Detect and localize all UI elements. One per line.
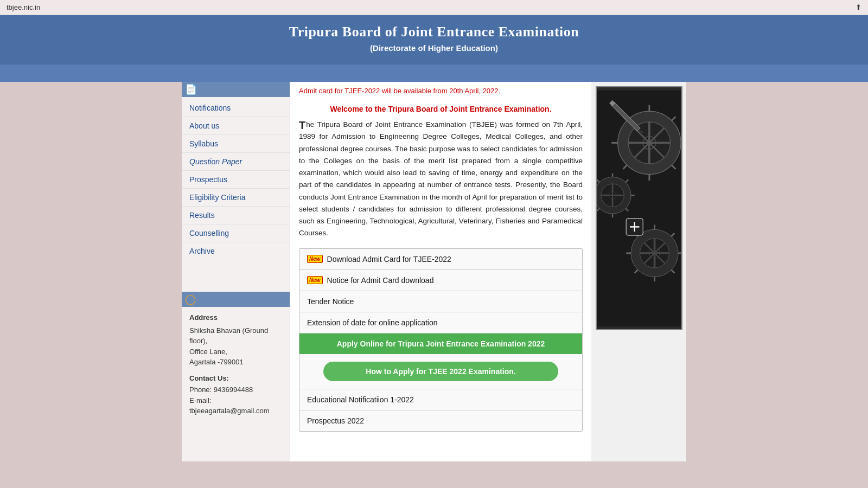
address-title: Address xyxy=(189,312,282,323)
browser-url: tbjee.nic.in xyxy=(7,3,40,11)
browser-bar: tbjee.nic.in ⬆ xyxy=(0,0,868,15)
notif-text-8: Prospectus 2022 xyxy=(307,416,364,425)
content-ticker: Admit card for TJEE-2022 will be availab… xyxy=(299,82,583,98)
sidebar-nav: Notifications About us Syllabus Question… xyxy=(182,97,290,262)
notif-item-4[interactable]: Extension of date for online application xyxy=(299,312,582,333)
notif-text-2: Notice for Admit Card download xyxy=(327,276,434,285)
notif-text-7: Educational Notificatiion 1-2022 xyxy=(307,395,414,404)
site-title: Tripura Board of Joint Entrance Examinat… xyxy=(193,24,675,40)
apply-online-button[interactable]: Apply Online for Tripura Joint Entrance … xyxy=(299,333,582,354)
sidebar-link-notifications[interactable]: Notifications xyxy=(182,99,290,117)
notif-item-3[interactable]: Tender Notice xyxy=(299,291,582,312)
right-sidebar xyxy=(591,82,686,461)
address-line3: Agartala -799001 xyxy=(189,357,282,368)
site-subtitle: (Directorate of Higher Education) xyxy=(193,43,675,59)
drop-cap: T xyxy=(299,120,305,131)
sidebar-link-question-paper[interactable]: Question Paper xyxy=(182,153,290,170)
sidebar-item-results[interactable]: Results xyxy=(182,207,290,224)
apply-online-label: Apply Online for Tripura Joint Entrance … xyxy=(337,339,545,348)
ticker-bar: Admit card for TJEE-2022 will be availab… xyxy=(0,65,868,82)
sidebar-link-prospectus[interactable]: Prospectus xyxy=(182,171,290,188)
email: E-mail: tbjeeagartala@gmail.com xyxy=(189,395,282,416)
contact-title: Contact Us: xyxy=(189,373,282,384)
gear-svg xyxy=(597,88,681,329)
sidebar-link-counselling[interactable]: Counselling xyxy=(182,224,290,242)
sidebar-item-syllabus[interactable]: Syllabus xyxy=(182,135,290,153)
sidebar-item-prospectus[interactable]: Prospectus xyxy=(182,171,290,189)
share-icon[interactable]: ⬆ xyxy=(856,3,861,11)
notifications-list: New Download Admit Card for TJEE-2022 Ne… xyxy=(299,248,583,432)
site-header-outer: Tripura Board of Joint Entrance Examinat… xyxy=(0,15,868,65)
sidebar-link-syllabus[interactable]: Syllabus xyxy=(182,135,290,152)
notif-text-3: Tender Notice xyxy=(307,297,354,306)
notif-text-4: Extension of date for online application xyxy=(307,318,438,327)
notif-item-2[interactable]: New Notice for Admit Card download xyxy=(299,270,582,291)
notif-text-1: Download Admit Card for TJEE-2022 xyxy=(327,255,451,264)
notif-item-8[interactable]: Prospectus 2022 xyxy=(299,410,582,431)
sidebar-spacer xyxy=(182,262,290,272)
sidebar-link-about-us[interactable]: About us xyxy=(182,117,290,134)
email-address: tbjeeagartala@gmail.com xyxy=(189,407,270,415)
new-badge-2: New xyxy=(307,276,323,284)
phone: Phone: 9436994488 xyxy=(189,384,282,395)
email-label: E-mail: xyxy=(189,396,211,404)
sidebar-link-archive[interactable]: Archive xyxy=(182,242,290,260)
phone-label: Phone: xyxy=(189,386,212,394)
about-text: he Tripura Board of Joint Entrance Exami… xyxy=(299,120,583,237)
phone-number: 9436994488 xyxy=(214,386,253,394)
sidebar-spacer3 xyxy=(182,282,290,292)
site-header: Tripura Board of Joint Entrance Examinat… xyxy=(182,15,686,65)
welcome-text: Welcome to the Tripura Board of Joint En… xyxy=(299,105,583,113)
sidebar-header: 📄 xyxy=(182,82,290,97)
sidebar: 📄 Notifications About us Syllabus Questi… xyxy=(182,82,290,461)
about-paragraph: The Tripura Board of Joint Entrance Exam… xyxy=(299,119,583,240)
sidebar-link-eligibility[interactable]: Eligibility Criteria xyxy=(182,189,290,206)
address-section: Address Shiksha Bhavan (Ground floor), O… xyxy=(182,307,290,422)
clock-icon: ◯ xyxy=(185,293,196,305)
sidebar-item-counselling[interactable]: Counselling xyxy=(182,224,290,242)
sidebar-item-notifications[interactable]: Notifications xyxy=(182,99,290,117)
content-ticker-text: Admit card for TJEE-2022 will be availab… xyxy=(299,87,500,95)
sidebar-item-question-paper[interactable]: Question Paper xyxy=(182,153,290,171)
notif-item-1[interactable]: New Download Admit Card for TJEE-2022 xyxy=(299,249,582,270)
how-to-apply-button[interactable]: How to Apply for TJEE 2022 Examination. xyxy=(323,362,558,381)
sidebar-link-results[interactable]: Results xyxy=(182,207,290,224)
how-to-apply-label: How to Apply for TJEE 2022 Examination. xyxy=(366,367,515,376)
content-area: Admit card for TJEE-2022 will be availab… xyxy=(290,82,591,461)
new-badge-1: New xyxy=(307,255,323,263)
sidebar-spacer2 xyxy=(182,272,290,282)
gear-image xyxy=(596,86,682,330)
notif-item-7[interactable]: Educational Notificatiion 1-2022 xyxy=(299,389,582,410)
sidebar-bottom-header: ◯ xyxy=(182,292,290,307)
address-line1: Shiksha Bhavan (Ground floor), xyxy=(189,325,282,346)
sidebar-item-about-us[interactable]: About us xyxy=(182,117,290,135)
document-icon: 📄 xyxy=(185,84,197,95)
sidebar-item-archive[interactable]: Archive xyxy=(182,242,290,260)
sidebar-item-eligibility[interactable]: Eligibility Criteria xyxy=(182,189,290,207)
address-line2: Office Lane, xyxy=(189,346,282,357)
